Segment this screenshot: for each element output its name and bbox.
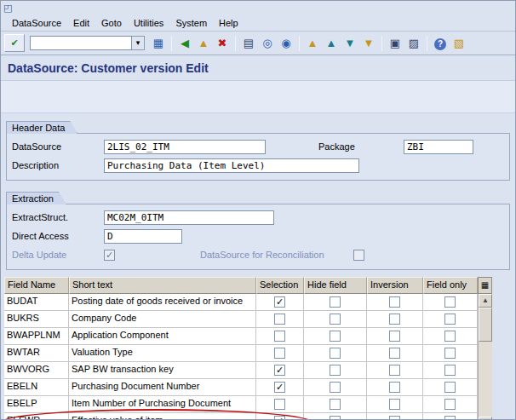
exit-icon[interactable]: ▲ — [195, 35, 212, 51]
table-select-icon[interactable]: ▦ — [478, 277, 492, 294]
selection-checkbox[interactable] — [274, 314, 285, 325]
scroll-down-icon[interactable]: ▼ — [479, 417, 492, 420]
inversion-checkbox[interactable] — [389, 399, 400, 410]
vertical-scrollbar[interactable]: ▲ ▼ — [478, 294, 492, 420]
field-name-cell[interactable]: BWTAR — [4, 345, 69, 362]
menu-goto[interactable]: Goto — [95, 16, 128, 30]
scrollbar-track[interactable] — [479, 342, 492, 417]
direct-access-field[interactable] — [104, 229, 182, 244]
column-header-short-text[interactable]: Short text — [69, 277, 256, 294]
hide-field-checkbox[interactable] — [330, 348, 341, 359]
field-only-checkbox[interactable] — [444, 348, 456, 359]
menu-edit[interactable]: Edit — [67, 16, 95, 30]
field-name-cell[interactable]: BUKRS — [4, 311, 69, 328]
inversion-checkbox[interactable] — [389, 365, 400, 376]
new-session-icon[interactable]: ▣ — [387, 35, 404, 51]
previous-page-icon[interactable]: ▲ — [323, 35, 340, 51]
column-header-field-name[interactable]: Field Name — [4, 277, 69, 294]
hide-field-checkbox[interactable] — [330, 365, 341, 376]
hide-field-checkbox[interactable] — [330, 382, 341, 393]
menu-system[interactable]: System — [169, 16, 213, 30]
column-header-field-only[interactable]: Field only — [423, 277, 478, 294]
column-header-selection[interactable]: Selection — [256, 277, 304, 294]
scroll-up-icon[interactable]: ▲ — [479, 294, 492, 308]
field-name-cell[interactable]: EBELP — [4, 396, 69, 413]
field-name-cell[interactable]: BUDAT — [4, 294, 69, 311]
column-header-inversion[interactable]: Inversion — [367, 277, 423, 294]
inversion-checkbox[interactable] — [389, 382, 400, 393]
column-header-hide-field[interactable]: Hide field — [304, 277, 367, 294]
hide-field-checkbox[interactable] — [330, 331, 341, 342]
scrollbar-thumb[interactable] — [479, 308, 492, 342]
menu-utilities[interactable]: Utilities — [128, 16, 169, 30]
command-field[interactable] — [30, 36, 132, 50]
field-only-checkbox[interactable] — [444, 416, 456, 420]
cancel-icon[interactable]: ✖ — [214, 35, 231, 51]
help-icon[interactable]: ? — [432, 35, 449, 51]
table-row[interactable]: BWTAR Valuation Type — [4, 345, 478, 362]
short-text-cell[interactable]: Application Component — [69, 328, 256, 345]
field-name-cell[interactable]: BWAPPLNM — [4, 328, 69, 345]
field-only-checkbox[interactable] — [444, 331, 456, 342]
field-name-cell[interactable]: EFFWR — [4, 413, 69, 420]
customize-layout-icon[interactable]: ▧ — [450, 35, 467, 51]
table-row[interactable]: EFFWR Effective value of item ✓ — [4, 413, 478, 420]
field-name-cell[interactable]: EBELN — [4, 379, 69, 396]
extractstruct-field[interactable] — [104, 210, 274, 225]
short-text-cell[interactable]: Purchasing Document Number — [69, 379, 256, 396]
selection-checkbox[interactable]: ✓ — [274, 416, 285, 420]
selection-checkbox[interactable] — [274, 348, 285, 359]
selection-checkbox[interactable]: ✓ — [274, 365, 285, 376]
next-page-icon[interactable]: ▼ — [341, 35, 358, 51]
table-row[interactable]: EBELP Item Number of Purchasing Document — [4, 396, 478, 413]
last-page-icon[interactable]: ▼ — [360, 35, 377, 51]
datasource-field[interactable] — [104, 140, 266, 154]
menu-datasource[interactable]: DataSource — [6, 16, 67, 30]
toolbar-divider — [299, 36, 300, 51]
command-history-icon[interactable]: ▾ — [132, 36, 145, 50]
short-text-cell[interactable]: Effective value of item — [69, 413, 256, 420]
short-text-cell[interactable]: Posting date of goods received or invoic… — [69, 294, 256, 311]
field-only-checkbox[interactable] — [444, 382, 456, 393]
table-row[interactable]: BWVORG SAP BW transaction key ✓ — [4, 362, 478, 379]
create-shortcut-icon[interactable]: ▨ — [405, 35, 422, 51]
extraction-tab: Extraction — [6, 192, 66, 204]
package-field[interactable] — [404, 140, 473, 154]
hide-field-checkbox[interactable] — [330, 399, 341, 410]
short-text-cell[interactable]: SAP BW transaction key — [69, 362, 256, 379]
field-only-checkbox[interactable] — [444, 365, 456, 376]
back-icon[interactable]: ◀ — [176, 35, 193, 51]
table-row[interactable]: EBELN Purchasing Document Number ✓ — [4, 379, 478, 396]
field-only-checkbox[interactable] — [444, 296, 456, 308]
selection-checkbox[interactable]: ✓ — [274, 382, 285, 393]
find-icon[interactable]: ◎ — [259, 35, 276, 51]
description-field[interactable] — [104, 158, 359, 173]
selection-checkbox[interactable] — [274, 331, 285, 342]
inversion-checkbox[interactable] — [389, 314, 400, 325]
inversion-checkbox[interactable] — [389, 416, 400, 420]
save-icon[interactable]: ▦ — [150, 35, 167, 51]
find-next-icon[interactable]: ◉ — [278, 35, 295, 51]
short-text-cell[interactable]: Valuation Type — [69, 345, 256, 362]
hide-field-checkbox[interactable] — [330, 416, 341, 420]
hide-field-checkbox[interactable] — [330, 314, 341, 325]
inversion-checkbox[interactable] — [389, 296, 400, 308]
menu-help[interactable]: Help — [213, 16, 244, 30]
field-only-checkbox[interactable] — [444, 399, 456, 410]
short-text-cell[interactable]: Item Number of Purchasing Document — [69, 396, 256, 413]
table-row[interactable]: BUDAT Posting date of goods received or … — [4, 294, 478, 311]
print-icon[interactable]: ▤ — [240, 35, 257, 51]
first-page-icon[interactable]: ▲ — [304, 35, 321, 51]
table-row[interactable]: BUKRS Company Code — [4, 311, 478, 328]
field-name-cell[interactable]: BWVORG — [4, 362, 69, 379]
hide-field-checkbox[interactable] — [330, 296, 341, 308]
inversion-checkbox[interactable] — [389, 331, 400, 342]
short-text-cell[interactable]: Company Code — [69, 311, 256, 328]
selection-checkbox[interactable]: ✓ — [274, 296, 285, 308]
inversion-checkbox[interactable] — [389, 348, 400, 359]
selection-checkbox[interactable] — [274, 399, 285, 410]
table-row[interactable]: BWAPPLNM Application Component — [4, 328, 478, 345]
system-menu-icon[interactable]: ◰ — [3, 3, 12, 14]
field-only-checkbox[interactable] — [444, 314, 456, 325]
enter-button[interactable]: ✔ — [4, 34, 25, 52]
